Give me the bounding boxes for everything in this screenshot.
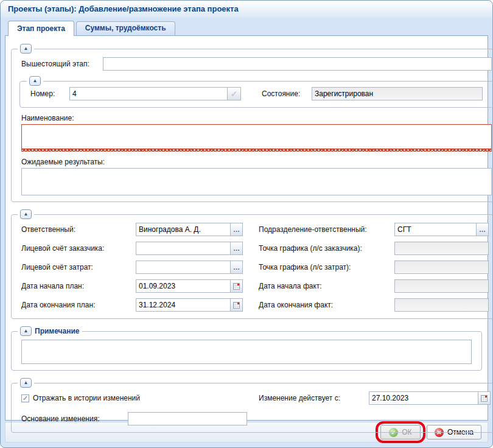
collapse-toggle-details[interactable]: ▲ [20,209,32,219]
ellipsis-icon: … [233,264,240,270]
tab-sums-labor[interactable]: Суммы, трудоёмкость [76,21,175,35]
fieldset-details: ▲ Ответственный: … Подразделение-ответст… [11,209,493,319]
end-date-plan-input[interactable] [136,298,231,312]
responsible-label: Ответственный: [21,225,136,234]
collapse-toggle-history[interactable]: ▲ [20,378,32,388]
ellipsis-icon: … [233,245,240,251]
window-title: Проекты (этапы): Добавление/размножение … [1,1,492,18]
responsible-lookup-button[interactable]: … [231,223,243,236]
chevron-up-icon: ▲ [24,328,29,334]
name-label: Наименование: [21,114,492,122]
calendar-icon [481,395,488,402]
start-date-plan-picker-button[interactable] [231,279,243,293]
start-date-plan-input[interactable] [136,279,231,293]
ellipsis-icon: … [479,226,486,233]
parent-stage-label: Вышестоящий этап: [21,60,103,68]
start-date-fact-input [394,279,489,293]
end-date-fact-label: Дата окончания факт: [259,301,394,309]
expected-results-label: Ожидаемые результаты: [21,158,492,166]
customer-schedule-point-label: Точка графика (л/с заказчика): [259,244,394,253]
chevron-up-icon: ▲ [24,380,29,385]
end-date-fact-input [394,298,489,312]
expected-results-field [21,168,492,195]
invalid-underline [21,149,492,152]
chevron-up-icon: ▲ [24,211,29,217]
tab-panel-body: ▲ Вышестоящий этап: ▲ Номер: ✓ Состояние… [5,35,488,421]
cost-account-lookup-button[interactable]: … [231,261,243,274]
fieldset-number-state: ▲ Номер: ✓ Состояние: [19,76,493,108]
state-input [312,87,483,100]
state-label: Состояние: [262,89,312,98]
department-input[interactable] [394,223,477,236]
cost-schedule-point-input [394,261,489,274]
customer-account-lookup-button[interactable]: … [231,242,243,255]
dialog-window: Проекты (этапы): Добавление/размножение … [0,0,493,448]
collapse-toggle-note[interactable]: ▲ [20,326,32,336]
department-lookup-button[interactable]: … [477,223,489,236]
customer-account-input[interactable] [136,242,231,255]
end-date-plan-label: Дата окончания план: [21,301,136,309]
fieldset-note: ▲ Примечание [11,326,482,371]
number-label: Номер: [30,89,69,98]
calendar-icon [233,302,240,309]
number-trigger-button[interactable]: ✓ [228,87,241,100]
checkbox-check-icon: ✓ [23,394,28,402]
change-reason-input[interactable] [128,412,247,425]
parent-stage-input[interactable] [103,57,492,71]
ellipsis-icon: … [233,226,240,233]
change-effective-picker-button[interactable] [478,391,491,405]
number-input[interactable] [69,87,228,100]
check-icon: ✓ [231,89,237,99]
calendar-icon [233,283,240,290]
tab-strip: Этап проекта Суммы, трудоёмкость [6,19,487,35]
cost-schedule-point-label: Точка графика (л/с затрат): [259,263,394,271]
note-legend: Примечание [35,327,80,335]
name-field-invalid [21,124,492,152]
collapse-toggle-main[interactable]: ▲ [20,44,32,54]
cost-account-input[interactable] [136,261,231,274]
customer-account-label: Лицевой счёт заказчика: [21,244,136,253]
tab-project-stage[interactable]: Этап проекта [8,21,74,36]
history-checkbox-label: Отражать в истории изменений [33,394,140,402]
department-label: Подразделение-ответственный: [259,225,394,234]
chevron-up-icon: ▲ [33,78,38,83]
note-textarea[interactable] [21,340,472,364]
history-checkbox[interactable]: ✓ [21,394,29,402]
name-textarea[interactable] [21,124,492,149]
fieldset-history: ▲ ✓ Отражать в истории изменений Изменен… [11,378,493,433]
end-date-plan-picker-button[interactable] [231,298,243,312]
responsible-input[interactable] [136,223,231,236]
change-effective-label: Изменение действует с: [259,394,369,402]
customer-schedule-point-input [394,242,489,255]
collapse-toggle-number[interactable]: ▲ [29,76,41,86]
expected-results-textarea[interactable] [21,168,492,195]
change-effective-input[interactable] [369,391,478,405]
chevron-up-icon: ▲ [24,46,29,51]
change-reason-label: Основание изменения: [21,415,128,423]
start-date-plan-label: Дата начала план: [21,282,136,290]
note-field [21,340,472,364]
fieldset-main: ▲ Вышестоящий этап: ▲ Номер: ✓ Состояние… [11,44,493,202]
cost-account-label: Лицевой счёт затрат: [21,263,136,271]
start-date-fact-label: Дата начала факт: [259,282,394,290]
